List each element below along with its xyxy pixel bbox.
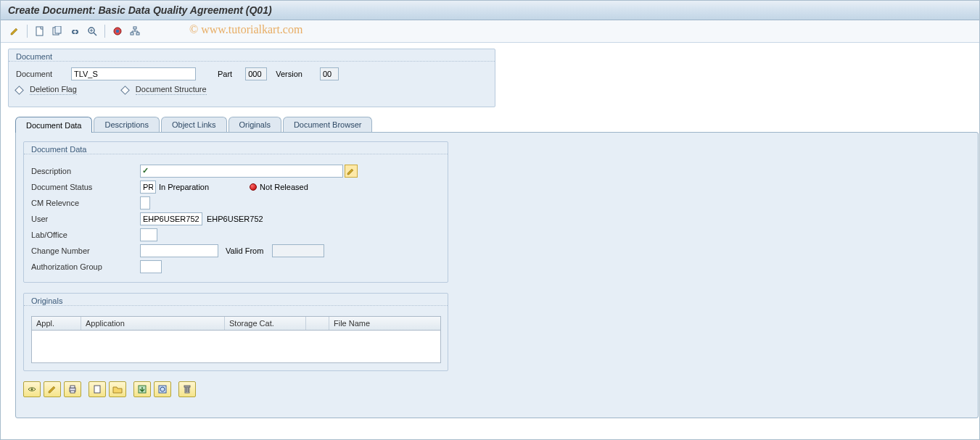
user-label: User [31, 215, 140, 223]
status-release-text: Not Released [260, 183, 308, 191]
tab-object-links[interactable]: Object Links [161, 117, 227, 132]
checkin-button[interactable] [133, 381, 151, 397]
col-storage[interactable]: Storage Cat. [225, 317, 306, 330]
toolbar-separator [27, 25, 28, 38]
create-original-button[interactable] [88, 381, 106, 397]
tab-document-data[interactable]: Document Data [15, 117, 92, 133]
delete-original-button[interactable] [178, 381, 196, 397]
svg-rect-16 [94, 386, 100, 393]
svg-rect-21 [184, 386, 190, 387]
svg-rect-10 [131, 33, 133, 35]
main-toolbar: © www.tutorialkart.com [1, 20, 979, 43]
svg-rect-11 [136, 33, 139, 35]
classify-icon[interactable] [110, 23, 125, 39]
copy-doc-icon[interactable] [49, 23, 65, 39]
table-header: Appl. Application Storage Cat. File Name [32, 317, 440, 331]
open-original-button[interactable] [109, 381, 126, 397]
svg-line-4 [94, 33, 96, 36]
svg-rect-14 [70, 386, 75, 388]
originals-button-row [23, 381, 971, 397]
tab-descriptions[interactable]: Descriptions [94, 117, 160, 132]
lab-office-label: Lab/Office [31, 231, 140, 239]
part-label: Part [218, 70, 232, 78]
auth-group-label: Authorization Group [31, 262, 140, 271]
link-icon[interactable] [67, 23, 83, 39]
version-input [320, 67, 339, 80]
col-filename[interactable]: File Name [329, 317, 440, 330]
col-spacer [306, 317, 329, 330]
valid-from-label: Valid From [226, 246, 263, 255]
cm-relevance-input[interactable] [140, 196, 150, 209]
diamond-icon [15, 86, 24, 95]
watermark-text: © www.tutorialkart.com [189, 23, 302, 36]
svg-point-12 [31, 389, 33, 391]
originals-table: Appl. Application Storage Cat. File Name [31, 316, 441, 363]
valid-from-input [272, 244, 324, 257]
tabstrip: Document Data Descriptions Object Links … [15, 116, 979, 132]
print-icon[interactable] [64, 381, 81, 397]
table-row[interactable] [32, 331, 440, 362]
originals-group-label: Originals [24, 294, 448, 306]
document-label: Document [16, 70, 67, 78]
svg-rect-2 [55, 26, 61, 33]
search-icon[interactable] [84, 23, 100, 39]
lab-office-input[interactable] [140, 228, 157, 241]
change-number-label: Change Number [31, 246, 140, 255]
change-number-input[interactable] [140, 244, 218, 257]
diamond-icon [120, 86, 130, 95]
user-input[interactable] [140, 212, 202, 225]
display-original-button[interactable] [23, 381, 41, 397]
edit-icon[interactable] [7, 23, 22, 39]
svg-rect-0 [36, 27, 43, 36]
checkout-button[interactable] [154, 381, 171, 397]
hierarchy-icon[interactable] [127, 23, 143, 39]
change-original-button[interactable] [44, 381, 61, 397]
originals-group: Originals Appl. Application Storage Cat.… [23, 293, 448, 371]
user-text: EHP6USER752 [207, 215, 263, 223]
svg-rect-15 [70, 391, 75, 393]
status-indicator-icon [250, 183, 257, 191]
svg-rect-9 [133, 27, 136, 29]
status-code-input[interactable] [140, 180, 156, 194]
auth-group-input[interactable] [140, 260, 162, 273]
toolbar-separator [104, 25, 105, 38]
version-label: Version [276, 70, 302, 78]
document-data-group: Document Data Description ✓ [23, 141, 448, 283]
long-text-button[interactable] [345, 165, 358, 178]
document-structure-label[interactable]: Document Structure [136, 85, 207, 95]
cm-relevance-label: CM Relevnce [31, 199, 140, 207]
document-data-group-label: Document Data [24, 142, 448, 154]
document-input[interactable] [71, 67, 196, 80]
deletion-flag-label[interactable]: Deletion Flag [30, 85, 77, 95]
col-application[interactable]: Application [81, 317, 225, 330]
description-input[interactable] [140, 165, 343, 178]
page-title: Create Document: Basic Data Quality Agre… [1, 1, 979, 20]
document-header-group: Document Document Part Version Deletion … [8, 49, 495, 107]
tab-originals[interactable]: Originals [228, 117, 281, 132]
status-label: Document Status [31, 183, 140, 191]
status-text: In Preparation [159, 183, 209, 191]
col-appl[interactable]: Appl. [32, 317, 81, 330]
new-doc-icon[interactable] [32, 23, 48, 39]
tab-document-browser[interactable]: Document Browser [283, 117, 373, 132]
document-group-label: Document [9, 49, 495, 62]
checkmark-icon: ✓ [142, 166, 149, 175]
tab-panel-document-data: Document Data Description ✓ [15, 132, 979, 418]
svg-point-8 [116, 30, 119, 33]
description-label: Description [31, 167, 140, 175]
part-input [245, 67, 267, 80]
